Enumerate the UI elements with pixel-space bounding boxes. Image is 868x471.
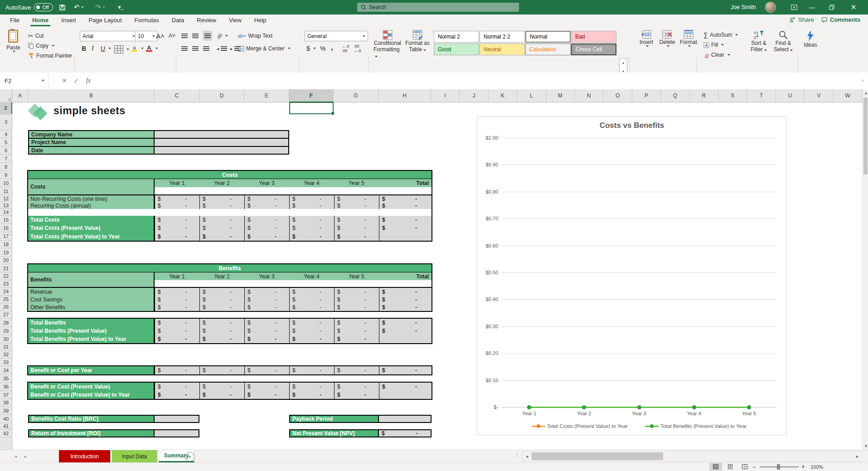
value-cell[interactable]: $- bbox=[289, 303, 334, 311]
roi-value[interactable] bbox=[155, 430, 199, 437]
value-cell[interactable]: $- bbox=[244, 202, 289, 209]
select-all-corner[interactable] bbox=[0, 89, 12, 102]
row-label[interactable]: Benefit or Cost per Year bbox=[28, 366, 155, 374]
vertical-scroll-thumb[interactable] bbox=[863, 97, 868, 175]
autosave-toggle[interactable]: AutoSave Off bbox=[5, 0, 53, 15]
value-cell[interactable]: $- bbox=[334, 224, 379, 232]
align-right-button[interactable] bbox=[203, 44, 209, 53]
cut-button[interactable]: ✂Cut bbox=[28, 31, 44, 41]
value-cell[interactable]: $- bbox=[289, 296, 334, 303]
value-cell[interactable]: $- bbox=[244, 296, 289, 303]
year-header-cell[interactable]: Year 2 bbox=[199, 179, 244, 187]
row-header-blank[interactable] bbox=[0, 437, 12, 450]
total-cell[interactable]: $- bbox=[379, 195, 432, 202]
increase-decimal-button[interactable]: ←.0.00 bbox=[342, 44, 349, 53]
total-cell[interactable]: $- bbox=[379, 366, 432, 374]
shrink-font-button[interactable]: A˅ bbox=[169, 31, 175, 41]
value-cell[interactable]: $- bbox=[155, 383, 199, 391]
value-cell[interactable]: $- bbox=[199, 232, 244, 241]
row-header-5[interactable]: 5 bbox=[0, 138, 12, 146]
year-header-cell[interactable]: Year 4 bbox=[289, 272, 334, 280]
value-cell[interactable]: $- bbox=[334, 391, 379, 399]
column-header-F[interactable]: F bbox=[289, 89, 334, 102]
row-header-14[interactable]: 14 bbox=[0, 209, 12, 216]
value-cell[interactable]: $- bbox=[244, 288, 289, 296]
insert-cells-button[interactable]: Insert bbox=[636, 30, 656, 47]
column-header-W[interactable]: W bbox=[834, 89, 862, 102]
row-header-25[interactable]: 25 bbox=[0, 296, 12, 303]
insert-function-button[interactable]: fx bbox=[82, 73, 94, 89]
row-header-34[interactable]: 34 bbox=[0, 366, 12, 374]
benefits-banner[interactable]: Benefits bbox=[28, 264, 432, 272]
value-cell[interactable]: $- bbox=[334, 195, 379, 202]
ribbon-tab-formulas[interactable]: Formulas bbox=[128, 15, 165, 26]
row-header-12[interactable]: 12 bbox=[0, 195, 12, 202]
value-cell[interactable]: $- bbox=[289, 202, 334, 209]
value-cell[interactable]: $- bbox=[289, 366, 334, 374]
value-cell[interactable]: $- bbox=[199, 296, 244, 303]
benefits-header-spacer[interactable] bbox=[155, 280, 432, 288]
value-cell[interactable]: $- bbox=[289, 216, 334, 224]
payback-label[interactable]: Payback Period bbox=[290, 416, 379, 422]
row-label[interactable]: Non-Recurring Costs (one time) bbox=[28, 195, 155, 202]
total-cell[interactable] bbox=[379, 335, 432, 343]
column-header-I[interactable]: I bbox=[431, 89, 460, 102]
column-header-L[interactable]: L bbox=[517, 89, 546, 102]
row-header-42[interactable]: 42 bbox=[0, 429, 12, 437]
row-label[interactable]: Recurring Costs (annual) bbox=[28, 202, 155, 209]
info-label[interactable]: Date bbox=[29, 147, 155, 154]
row-header-35[interactable]: 35 bbox=[0, 374, 12, 383]
value-cell[interactable]: $- bbox=[155, 202, 199, 209]
value-cell[interactable]: $- bbox=[289, 391, 334, 399]
value-cell[interactable]: $- bbox=[289, 383, 334, 391]
ribbon-tab-review[interactable]: Review bbox=[190, 15, 223, 26]
value-cell[interactable]: $- bbox=[199, 303, 244, 311]
column-header-T[interactable]: T bbox=[747, 89, 776, 102]
formula-bar-splitter[interactable]: ⋮ bbox=[51, 73, 57, 89]
row-header-16[interactable]: 16 bbox=[0, 224, 12, 232]
value-cell[interactable]: $- bbox=[199, 216, 244, 224]
value-cell[interactable]: $- bbox=[155, 391, 199, 399]
column-header-P[interactable]: P bbox=[632, 89, 661, 102]
row-header-10[interactable]: 10 bbox=[0, 179, 12, 187]
value-cell[interactable]: $- bbox=[155, 296, 199, 303]
cancel-entry-button[interactable]: ✕ bbox=[59, 73, 70, 89]
align-bottom-button[interactable] bbox=[203, 31, 212, 41]
column-header-N[interactable]: N bbox=[575, 89, 603, 102]
value-cell[interactable]: $- bbox=[334, 383, 379, 391]
costs-vs-benefits-chart[interactable]: Costs vs Benefits $1.00$0.90$0.80$0.70$0… bbox=[477, 116, 787, 435]
align-center-button[interactable] bbox=[192, 44, 199, 53]
confirm-entry-button[interactable]: ✓ bbox=[71, 73, 82, 89]
column-header-E[interactable]: E bbox=[244, 89, 289, 102]
info-value[interactable] bbox=[155, 147, 288, 154]
total-cell[interactable]: $- bbox=[379, 296, 432, 303]
info-label[interactable]: Project Name bbox=[29, 139, 155, 146]
wrap-text-button[interactable]: ab↩Wrap Text bbox=[238, 31, 272, 41]
ribbon-display-options-button[interactable] bbox=[786, 0, 802, 15]
font-family-select[interactable]: Arial bbox=[80, 31, 138, 41]
zoom-slider-thumb[interactable] bbox=[777, 464, 780, 470]
value-cell[interactable]: $- bbox=[289, 335, 334, 343]
value-cell[interactable]: $- bbox=[334, 303, 379, 311]
year-header-cell[interactable]: Year 3 bbox=[244, 179, 289, 187]
customize-qat-button[interactable]: ▼̲ bbox=[117, 0, 122, 15]
ribbon-tab-file[interactable]: File bbox=[4, 15, 26, 26]
value-cell[interactable]: $- bbox=[199, 319, 244, 327]
zoom-percent[interactable]: 100% bbox=[810, 464, 823, 470]
style-normal-2-2[interactable]: Normal 2 2 bbox=[480, 31, 525, 43]
value-cell[interactable]: $- bbox=[155, 216, 199, 224]
roi-label[interactable]: Return of Investment [ROI] bbox=[29, 430, 155, 437]
year-header-cell[interactable]: Year 5 bbox=[334, 179, 379, 187]
style-calculation[interactable]: Calculation bbox=[525, 44, 571, 55]
row-label[interactable]: Total Costs (Present Value) bbox=[28, 224, 155, 232]
year-header-cell[interactable]: Year 2 bbox=[199, 272, 244, 280]
minimize-button[interactable]: — bbox=[804, 0, 820, 15]
row-header-28[interactable]: 28 bbox=[0, 319, 12, 327]
row-header-17[interactable]: 17 bbox=[0, 232, 12, 241]
row-header-27[interactable]: 27 bbox=[0, 311, 12, 319]
value-cell[interactable]: $- bbox=[289, 195, 334, 202]
share-button[interactable]: Share bbox=[790, 16, 814, 23]
tab-splitter[interactable]: ⁞ bbox=[516, 452, 518, 458]
orientation-button[interactable]: ab bbox=[217, 31, 228, 41]
row-label[interactable]: Benefit or Cost (Present Value) bbox=[28, 383, 155, 391]
